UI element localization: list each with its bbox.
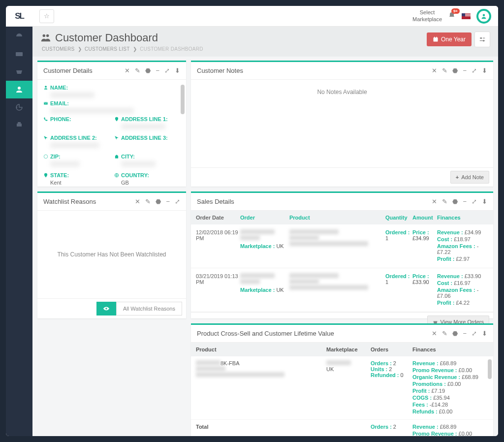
nav-customers-icon[interactable] xyxy=(6,81,32,98)
minimize-icon[interactable]: − xyxy=(166,198,170,205)
svg-rect-7 xyxy=(433,37,438,41)
user-avatar[interactable] xyxy=(476,9,491,24)
close-icon[interactable]: ✕ xyxy=(432,330,437,337)
svg-point-6 xyxy=(46,34,49,37)
download-icon[interactable]: ⬇ xyxy=(482,67,487,74)
svg-rect-2 xyxy=(17,124,22,126)
download-icon[interactable]: ⬇ xyxy=(175,67,180,74)
download-icon[interactable]: ⬇ xyxy=(482,198,487,205)
minimize-icon[interactable]: − xyxy=(156,67,159,74)
panel-title: Watchlist Reasons xyxy=(43,198,96,205)
settings-icon[interactable] xyxy=(474,32,490,47)
select-marketplace[interactable]: Select Marketplace xyxy=(412,9,442,22)
close-icon[interactable]: ✕ xyxy=(432,67,437,74)
cross-row: 8K-FBA UK Orders : 2Units : 2Refunded : … xyxy=(191,356,493,420)
panel-title: Customer Details xyxy=(43,67,93,74)
scrollbar[interactable] xyxy=(488,359,492,379)
page-title: Customer Dashboard xyxy=(40,32,205,44)
notifications-icon[interactable]: 9+ xyxy=(448,11,456,21)
watchlist-panel: Watchlist Reasons ✕ ✎ ⬣ − ⤢ This Custome… xyxy=(37,191,186,318)
favorite-button[interactable]: ☆ xyxy=(39,9,54,23)
edit-icon[interactable]: ✎ xyxy=(145,198,151,205)
sales-table-header: Order Date Order Product Quantity Amount… xyxy=(191,211,493,224)
drop-icon[interactable]: ⬣ xyxy=(156,198,161,205)
svg-point-5 xyxy=(43,34,46,37)
all-watchlist-button[interactable]: All Watchlist Reasons xyxy=(96,302,182,316)
nav-dashboard-icon[interactable] xyxy=(6,28,32,45)
svg-point-12 xyxy=(45,86,47,88)
svg-rect-3 xyxy=(18,122,21,124)
svg-point-10 xyxy=(480,37,482,39)
sidebar: SL xyxy=(6,6,32,436)
cross-row: Total Orders : 2 Revenue : £68.89Promo R… xyxy=(191,420,493,436)
drop-icon[interactable]: ⬣ xyxy=(452,67,458,74)
minimize-icon[interactable]: − xyxy=(463,330,467,337)
svg-rect-9 xyxy=(436,37,437,38)
nav-basket-icon[interactable] xyxy=(6,63,32,81)
panel-tools: ✕ ✎ ⬣ − ⤢ ⬇ xyxy=(125,67,180,74)
svg-rect-0 xyxy=(16,52,23,56)
download-icon[interactable]: ⬇ xyxy=(482,330,487,337)
order-date: 03/21/2019 01:13 PM xyxy=(196,273,240,285)
breadcrumb: CUSTOMERS ❯ CUSTOMERS LIST ❯ CUSTOMER DA… xyxy=(40,46,205,52)
panel-title: Customer Notes xyxy=(197,67,243,74)
country-value: GB xyxy=(121,180,180,186)
one-year-button[interactable]: One Year xyxy=(427,32,472,46)
nav-grid-icon[interactable] xyxy=(6,45,32,63)
edit-icon[interactable]: ✎ xyxy=(442,67,447,74)
panel-title: Product Cross-Sell and Customer Lifetime… xyxy=(197,330,334,337)
sales-row: 03/21/2019 01:13 PM Marketplace : UK Ord… xyxy=(191,268,493,312)
edit-icon[interactable]: ✎ xyxy=(442,330,447,337)
drop-icon[interactable]: ⬣ xyxy=(452,198,458,205)
customer-notes-panel: Customer Notes ✕ ✎ ⬣ − ⤢ ⬇ No Notes Avai… xyxy=(191,61,493,187)
expand-icon[interactable]: ⤢ xyxy=(164,67,170,74)
notes-empty: No Notes Available xyxy=(191,80,493,167)
drop-icon[interactable]: ⬣ xyxy=(452,330,458,337)
sales-details-panel: Sales Details ✕ ✎ ⬣ − ⤢ ⬇ Order Date Ord… xyxy=(191,191,493,318)
expand-icon[interactable]: ⤢ xyxy=(175,198,180,205)
close-icon[interactable]: ✕ xyxy=(135,198,140,205)
state-value: Kent xyxy=(50,180,109,186)
topbar: ☆ Select Marketplace 9+ xyxy=(32,6,498,27)
nav-history-icon[interactable] xyxy=(6,98,32,116)
page-header: Customer Dashboard CUSTOMERS ❯ CUSTOMERS… xyxy=(32,27,498,57)
expand-icon[interactable]: ⤢ xyxy=(472,67,477,74)
cross-sell-panel: Product Cross-Sell and Customer Lifetime… xyxy=(191,323,493,436)
drop-icon[interactable]: ⬣ xyxy=(145,67,151,74)
svg-point-14 xyxy=(44,155,48,158)
svg-point-11 xyxy=(483,40,485,42)
notification-badge: 9+ xyxy=(451,8,460,14)
panel-title: Sales Details xyxy=(197,198,234,205)
close-icon[interactable]: ✕ xyxy=(125,67,130,74)
add-note-button[interactable]: +Add Note xyxy=(450,171,489,184)
logo[interactable]: SL xyxy=(6,6,32,27)
edit-icon[interactable]: ✎ xyxy=(442,198,447,205)
scrollbar[interactable] xyxy=(181,85,185,114)
sales-row: 12/02/2018 06:19 PM Marketplace : UK Ord… xyxy=(191,224,493,268)
expand-icon[interactable]: ⤢ xyxy=(472,330,477,337)
flag-us-icon[interactable] xyxy=(462,13,471,19)
edit-icon[interactable]: ✎ xyxy=(135,67,140,74)
customer-details-panel: Customer Details ✕ ✎ ⬣ − ⤢ ⬇ NAME: EMAIL… xyxy=(37,61,186,187)
svg-point-1 xyxy=(18,87,21,90)
close-icon[interactable]: ✕ xyxy=(432,198,437,205)
cross-table-header: Product Marketplace Orders Finances xyxy=(191,343,493,356)
minimize-icon[interactable]: − xyxy=(463,67,467,74)
watchlist-empty: This Customer Has Not Been Watchlisted xyxy=(37,211,186,298)
svg-point-4 xyxy=(483,14,485,16)
order-date: 12/02/2018 06:19 PM xyxy=(196,229,240,241)
minimize-icon[interactable]: − xyxy=(463,198,467,205)
expand-icon[interactable]: ⤢ xyxy=(472,198,477,205)
svg-rect-8 xyxy=(434,37,435,38)
nav-print-icon[interactable] xyxy=(6,116,32,134)
